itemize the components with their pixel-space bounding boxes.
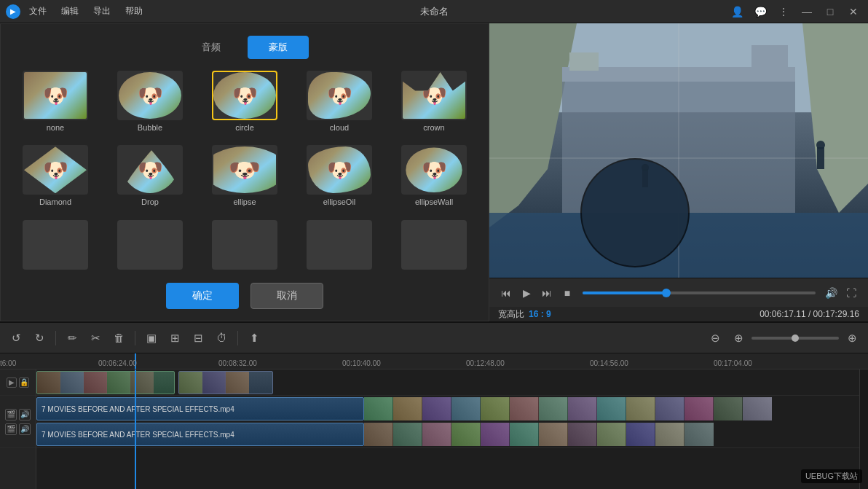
- clip-thumb-1: [37, 372, 60, 394]
- maximize-button[interactable]: □: [821, 3, 839, 20]
- main-content: 音频 豪版 🐶 none 🐶 Bubble 🐶: [0, 23, 868, 321]
- aspect-ratio-label: 宽高比: [498, 308, 524, 321]
- vt-2: [393, 397, 422, 420]
- fast-forward-button[interactable]: ⏭: [539, 285, 555, 301]
- clock-button[interactable]: ⏱: [211, 328, 232, 348]
- effect-partial-4[interactable]: [296, 220, 382, 274]
- timeline-area: ↺ ↻ ✏ ✂ 🗑 ▣ ⊞ ⊟ ⏱ ⬆ ⊖ ⊕ ⊕ t6:00 00:06:24…: [0, 321, 868, 489]
- scissors-button[interactable]: ✂: [85, 328, 106, 348]
- svg-rect-14: [817, 147, 824, 169]
- vt-1: [364, 397, 393, 420]
- vt-9: [597, 397, 626, 420]
- titlebar-left: ▶ 文件 编辑 导出 帮助: [6, 2, 149, 20]
- playback-controls: ⏮ ▶ ⏭ ■: [498, 285, 575, 301]
- effect-ellipse[interactable]: 🐶 ellipse: [202, 145, 288, 211]
- vt-7: [539, 397, 568, 420]
- track-controls: ▶ 🔒 🎬 🔊 🎬 🔊: [0, 369, 36, 489]
- vt-3: [422, 397, 451, 420]
- menu-export[interactable]: 导出: [87, 2, 117, 20]
- timeline-tracks: ▶ 🔒 🎬 🔊 🎬 🔊: [0, 369, 868, 489]
- video-clip-2[interactable]: 7 MOVIES BEFORE AND AFTER SPECIAL EFFECT…: [36, 423, 364, 446]
- titlebar: ▶ 文件 编辑 导出 帮助 未命名 👤 💬 ⋮ — □ ✕: [0, 0, 868, 23]
- titlebar-right: 👤 💬 ⋮ — □ ✕: [728, 3, 862, 20]
- fullscreen-button[interactable]: ⛶: [843, 285, 859, 301]
- vt-8: [568, 397, 597, 420]
- ruler-mark-4: 00:12:48.00: [466, 359, 505, 367]
- total-time: 00:17:29.16: [813, 309, 859, 319]
- close-button[interactable]: ✕: [845, 3, 862, 20]
- user-icon[interactable]: 👤: [728, 3, 746, 20]
- effect-partial-2[interactable]: [107, 220, 193, 274]
- aspect-ratio-value: 16 : 9: [529, 309, 551, 319]
- share-button[interactable]: ⬆: [244, 328, 264, 348]
- vt-14: [743, 397, 772, 420]
- menu-file[interactable]: 文件: [23, 2, 52, 20]
- effect-none[interactable]: 🐶 none: [12, 71, 98, 136]
- delete-button[interactable]: 🗑: [108, 328, 129, 348]
- volume-icon[interactable]: 🔊: [823, 285, 839, 301]
- stop-button[interactable]: ■: [559, 285, 575, 301]
- svg-point-15: [816, 141, 825, 149]
- ruler-mark-1: 00:06:24.00: [98, 359, 137, 367]
- ruler-mark-0: t6:00: [0, 359, 16, 367]
- redo-button[interactable]: ↻: [29, 328, 50, 348]
- effect-panel: 音频 豪版 🐶 none 🐶 Bubble 🐶: [0, 23, 489, 321]
- track-audio-icon-2[interactable]: 🔊: [19, 423, 31, 435]
- effect-partial-3[interactable]: [202, 220, 288, 274]
- ruler-mark-2: 00:08:32.00: [218, 359, 257, 367]
- effect-diamond[interactable]: 🐶 Diamond: [12, 145, 98, 211]
- track-video-icon-1[interactable]: ▶: [7, 377, 17, 388]
- tab-premium[interactable]: 豪版: [248, 36, 309, 59]
- chat-icon[interactable]: 💬: [751, 3, 769, 20]
- more-icon[interactable]: ⋮: [775, 3, 792, 20]
- zoom-out-button[interactable]: ⊖: [705, 328, 725, 348]
- track-video-icon-3[interactable]: 🎬: [5, 423, 17, 435]
- cancel-button[interactable]: 取消: [250, 283, 323, 309]
- pen-button[interactable]: ✏: [62, 328, 82, 348]
- effect-bubble-label: Bubble: [138, 123, 162, 132]
- vt2-5: [481, 423, 510, 446]
- effect-crown[interactable]: 🐶 crown: [391, 71, 477, 136]
- menu-edit[interactable]: 编辑: [55, 2, 84, 20]
- effect-ellipse-label: ellipse: [233, 197, 256, 206]
- effect-ellipsewall[interactable]: 🐶 ellipseWall: [391, 145, 477, 211]
- undo-button[interactable]: ↺: [6, 328, 26, 348]
- confirm-button[interactable]: 确定: [166, 283, 239, 309]
- effect-drop[interactable]: 🐶 Drop: [107, 145, 193, 211]
- progress-bar[interactable]: [583, 292, 816, 294]
- play-button[interactable]: ▶: [518, 285, 534, 301]
- zoom-in-button-left[interactable]: ⊕: [728, 328, 749, 348]
- track-video-icon-2[interactable]: 🎬: [5, 409, 17, 420]
- vt-11: [655, 397, 684, 420]
- tab-audio[interactable]: 音频: [181, 36, 242, 59]
- clip-small-2[interactable]: [178, 371, 273, 394]
- effect-cloud[interactable]: 🐶 cloud: [296, 71, 382, 136]
- menu-help[interactable]: 帮助: [119, 2, 149, 20]
- zoom-group: ⊖ ⊕ ⊕: [705, 328, 862, 348]
- effect-partial-1[interactable]: [12, 220, 98, 274]
- frame-button[interactable]: ⊞: [165, 328, 185, 348]
- video-clip-1[interactable]: 7 MOVIES BEFORE AND AFTER SPECIAL EFFECT…: [36, 397, 364, 420]
- effect-ellipseoil[interactable]: 🐶 ellipseOil: [296, 145, 382, 211]
- timeline-toolbar: ↺ ↻ ✏ ✂ 🗑 ▣ ⊞ ⊟ ⏱ ⬆ ⊖ ⊕ ⊕: [0, 323, 868, 353]
- effect-circle[interactable]: 🐶 circle: [202, 71, 288, 136]
- effect-partial-5[interactable]: [391, 220, 477, 274]
- zoom-slider[interactable]: [751, 337, 839, 340]
- preview-panel: ⏮ ▶ ⏭ ■ 🔊 ⛶ 宽高比 16 : 9 00:06:17.11 /: [489, 23, 868, 321]
- window-title: 未命名: [420, 5, 449, 18]
- svg-rect-5: [569, 52, 599, 71]
- vt2-9: [597, 423, 626, 446]
- time-display: 00:06:17.11 / 00:17:29.16: [760, 309, 859, 319]
- minimize-button[interactable]: —: [798, 3, 816, 20]
- track-lock-icon-1[interactable]: 🔒: [19, 377, 29, 388]
- vt2-12: [684, 423, 714, 446]
- track-audio-icon-1[interactable]: 🔊: [19, 409, 31, 420]
- effect-bubble[interactable]: 🐶 Bubble: [107, 71, 193, 136]
- select-button[interactable]: ▣: [141, 328, 162, 348]
- vt2-10: [626, 423, 655, 446]
- rewind-button[interactable]: ⏮: [498, 285, 514, 301]
- vt2-7: [539, 423, 568, 446]
- clip-small-1[interactable]: [36, 371, 175, 394]
- grid-button[interactable]: ⊟: [188, 328, 208, 348]
- zoom-in-button-right[interactable]: ⊕: [842, 328, 862, 348]
